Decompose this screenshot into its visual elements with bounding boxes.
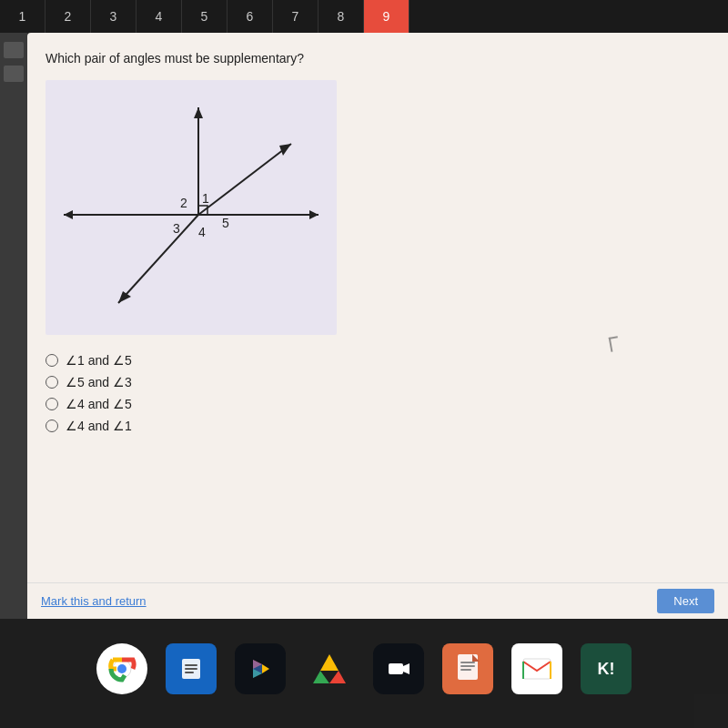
answer-label-4: ∠4 and ∠1 — [66, 419, 132, 433]
answer-option-2[interactable]: ∠5 and ∠3 — [46, 375, 710, 389]
svg-rect-20 — [185, 672, 194, 673]
angle-diagram: 2 1 5 3 4 — [46, 80, 337, 335]
top-navigation: 1 2 3 4 5 6 7 8 9 — [0, 0, 728, 33]
khan-academy-icon[interactable]: K! — [581, 643, 632, 694]
chrome-icon[interactable] — [96, 643, 147, 694]
nav-item-8[interactable]: 8 — [318, 0, 364, 33]
nav-item-6[interactable]: 6 — [228, 0, 273, 33]
diagram-svg: 2 1 5 3 4 — [46, 80, 337, 335]
svg-rect-18 — [185, 664, 197, 666]
svg-text:5: 5 — [222, 216, 229, 230]
google-drive-icon[interactable] — [304, 643, 355, 694]
svg-text:3: 3 — [173, 221, 180, 236]
bottom-action-bar: Mark this and return Next — [27, 582, 728, 619]
google-files-icon[interactable] — [166, 643, 217, 694]
svg-marker-4 — [194, 107, 203, 118]
svg-text:4: 4 — [198, 225, 206, 239]
next-button[interactable]: Next — [657, 589, 714, 613]
answer-choices: ∠1 and ∠5 ∠5 and ∠3 ∠4 and ∠5 ∠4 and ∠1 — [46, 353, 710, 433]
svg-line-5 — [198, 144, 291, 215]
svg-marker-6 — [279, 144, 291, 156]
answer-option-4[interactable]: ∠4 and ∠1 — [46, 419, 710, 433]
answer-label-3: ∠4 and ∠5 — [66, 397, 132, 411]
svg-marker-1 — [64, 210, 73, 219]
khan-label: K! — [598, 660, 615, 679]
svg-marker-31 — [403, 663, 410, 674]
svg-point-16 — [117, 664, 126, 673]
svg-rect-33 — [460, 662, 475, 663]
radio-3[interactable] — [46, 398, 58, 410]
main-content: Which pair of angles must be supplementa… — [27, 33, 728, 619]
sidebar-tool-2[interactable] — [4, 66, 24, 82]
svg-rect-19 — [185, 668, 197, 670]
nav-item-4[interactable]: 4 — [136, 0, 182, 33]
google-meet-icon[interactable] — [373, 643, 424, 694]
gmail-icon[interactable] — [511, 643, 562, 694]
left-sidebar — [0, 33, 27, 619]
radio-2[interactable] — [46, 376, 58, 389]
nav-item-7[interactable]: 7 — [273, 0, 318, 33]
answer-option-3[interactable]: ∠4 and ∠5 — [46, 397, 710, 411]
play-store-icon[interactable] — [235, 643, 286, 694]
nav-item-1[interactable]: 1 — [0, 0, 46, 33]
svg-text:2: 2 — [180, 196, 187, 210]
nav-item-2[interactable]: 2 — [46, 0, 91, 33]
mark-return-link[interactable]: Mark this and return — [41, 594, 147, 608]
svg-marker-28 — [313, 671, 329, 683]
answer-option-1[interactable]: ∠1 and ∠5 — [46, 353, 710, 368]
answer-label-1: ∠1 and ∠5 — [66, 353, 132, 368]
svg-line-7 — [118, 215, 198, 303]
svg-rect-35 — [460, 669, 471, 671]
answer-label-2: ∠5 and ∠3 — [66, 375, 132, 389]
svg-marker-2 — [309, 210, 318, 219]
svg-rect-34 — [460, 665, 475, 667]
svg-marker-27 — [320, 654, 339, 671]
svg-marker-29 — [329, 671, 346, 683]
svg-marker-8 — [118, 291, 131, 303]
svg-marker-23 — [262, 664, 269, 673]
radio-1[interactable] — [46, 354, 58, 367]
sidebar-tool-1[interactable] — [4, 42, 24, 58]
taskbar: K! — [0, 619, 728, 728]
radio-4[interactable] — [46, 420, 58, 432]
nav-item-9[interactable]: 9 — [364, 0, 410, 33]
google-docs-icon[interactable] — [442, 643, 493, 694]
svg-rect-37 — [523, 659, 551, 679]
svg-rect-30 — [389, 663, 403, 674]
question-text: Which pair of angles must be supplementa… — [46, 51, 710, 66]
nav-item-5[interactable]: 5 — [182, 0, 228, 33]
svg-text:1: 1 — [202, 191, 209, 206]
svg-marker-25 — [253, 660, 262, 678]
nav-item-3[interactable]: 3 — [91, 0, 136, 33]
